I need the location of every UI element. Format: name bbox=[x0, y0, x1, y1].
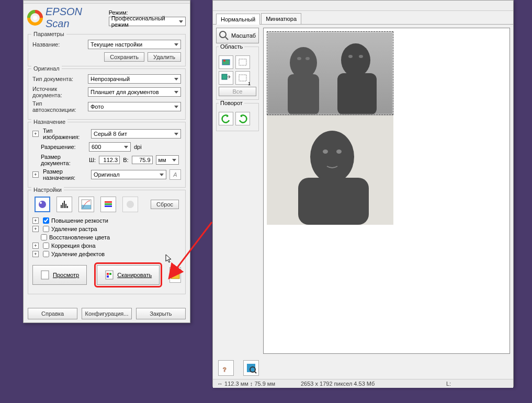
adjustments-title: Настройки bbox=[31, 187, 64, 193]
area-title: Область bbox=[219, 43, 244, 50]
scan-icon bbox=[105, 270, 114, 280]
color-restore-checkbox[interactable] bbox=[41, 234, 47, 240]
svg-rect-29 bbox=[239, 75, 246, 81]
rotate-title: Поворот bbox=[219, 100, 244, 106]
tab-normal[interactable]: Нормальный bbox=[216, 14, 260, 25]
orientation-button[interactable]: A bbox=[169, 169, 181, 180]
dust-expand[interactable]: + bbox=[32, 251, 39, 257]
magnifier-icon bbox=[219, 30, 229, 41]
copy-marquee-icon[interactable] bbox=[219, 71, 233, 85]
area-group: Область 1 Все bbox=[216, 47, 259, 100]
height-label: В: bbox=[123, 157, 128, 163]
doc-type-label: Тип документа: bbox=[32, 76, 85, 82]
svg-rect-17 bbox=[107, 273, 109, 275]
rotate-left-icon[interactable] bbox=[219, 112, 233, 125]
svg-rect-6 bbox=[64, 201, 65, 208]
svg-point-3 bbox=[40, 202, 42, 204]
svg-rect-43 bbox=[298, 178, 369, 225]
scan-button[interactable]: Сканировать bbox=[97, 265, 160, 285]
backlight-expand[interactable]: + bbox=[32, 243, 39, 249]
color-palette-icon[interactable] bbox=[122, 197, 138, 212]
target-size-expand[interactable]: + bbox=[32, 171, 39, 178]
svg-point-14 bbox=[127, 201, 134, 208]
svg-rect-4 bbox=[61, 205, 62, 208]
status-level: L: bbox=[446, 381, 509, 387]
preview-window: Нормальный Миниатюра Масштаб Область 1 В… bbox=[212, 0, 514, 387]
svg-point-45 bbox=[336, 149, 342, 154]
original-panel: Оригинал Тип документа: Непрозрачный Ист… bbox=[28, 68, 186, 120]
preview-titlebar[interactable] bbox=[213, 1, 513, 11]
marquee-count-icon[interactable]: 1 bbox=[235, 71, 250, 85]
unit-select[interactable]: мм bbox=[156, 155, 179, 165]
preview-canvas[interactable] bbox=[263, 28, 510, 354]
parameters-title: Параметры bbox=[31, 31, 66, 37]
auto-exposure-label: Тип автоэкспозиции: bbox=[32, 100, 85, 113]
dust-checkbox[interactable] bbox=[43, 251, 49, 257]
close-button[interactable]: Закрыть bbox=[136, 308, 186, 319]
svg-point-26 bbox=[223, 60, 225, 62]
rotate-right-icon[interactable] bbox=[235, 112, 250, 125]
status-pixels: 2653 x 1792 пиксел 4.53 Мб bbox=[301, 381, 425, 387]
svg-rect-12 bbox=[105, 203, 112, 205]
doc-type-select[interactable]: Непрозрачный bbox=[88, 74, 181, 84]
color-restore-label: Восстановление цвета bbox=[49, 234, 110, 240]
height-input[interactable] bbox=[132, 156, 153, 164]
destination-title: Назначение bbox=[31, 119, 67, 125]
svg-line-24 bbox=[225, 37, 228, 40]
reset-button[interactable]: Сброс bbox=[151, 200, 179, 209]
help-button[interactable]: Справка bbox=[28, 308, 77, 319]
descreen-expand[interactable]: + bbox=[32, 226, 39, 232]
doc-source-label: Источник документа: bbox=[32, 86, 85, 98]
doc-size-label: Размер документа: bbox=[41, 154, 86, 166]
svg-rect-10 bbox=[82, 205, 91, 209]
sharpen-checkbox[interactable] bbox=[43, 217, 49, 224]
zoom-button[interactable]: Масштаб bbox=[216, 28, 259, 43]
config-button[interactable]: Конфигурация... bbox=[82, 308, 131, 319]
curves-icon[interactable] bbox=[78, 197, 94, 212]
mode-select[interactable]: Профессиональный режим bbox=[109, 17, 186, 26]
name-label: Название: bbox=[32, 41, 85, 48]
svg-rect-15 bbox=[41, 271, 49, 279]
doc-source-select[interactable]: Планшет для документов bbox=[88, 87, 181, 97]
svg-rect-18 bbox=[109, 273, 111, 275]
svg-line-50 bbox=[255, 372, 256, 373]
svg-point-23 bbox=[220, 31, 226, 38]
rotate-group: Поворот bbox=[216, 103, 259, 131]
sharpen-expand[interactable]: + bbox=[32, 217, 39, 224]
select-all-button[interactable]: Все bbox=[219, 87, 256, 96]
parameters-panel: Параметры Название: Текущие настройки Со… bbox=[28, 34, 186, 66]
delete-marquee-icon[interactable] bbox=[235, 55, 250, 69]
color-balance-icon[interactable] bbox=[100, 197, 116, 212]
tab-thumbnail[interactable]: Миниатюра bbox=[261, 13, 301, 24]
auto-adjust-icon[interactable] bbox=[35, 197, 50, 212]
backlight-checkbox[interactable] bbox=[43, 243, 49, 249]
selection-marquee[interactable] bbox=[267, 31, 393, 115]
svg-rect-11 bbox=[105, 201, 112, 203]
preview-sidebar: Масштаб Область 1 Все Поворот bbox=[216, 28, 259, 354]
descreen-checkbox[interactable] bbox=[43, 226, 49, 232]
epson-logo-icon bbox=[28, 10, 42, 26]
width-input[interactable] bbox=[99, 156, 120, 164]
svg-rect-28 bbox=[222, 74, 227, 79]
histogram-icon[interactable] bbox=[56, 197, 72, 212]
delete-settings-button[interactable]: Удалить bbox=[148, 52, 181, 62]
folder-button[interactable] bbox=[169, 267, 181, 283]
status-bar: ↔ 112.3 мм ↕ 75.9 мм 2653 x 1792 пиксел … bbox=[213, 379, 513, 388]
preview-button[interactable]: Просмотр bbox=[32, 265, 87, 285]
destination-panel: Назначение + Тип изображения: Серый 8 би… bbox=[28, 122, 186, 188]
image-type-select[interactable]: Серый 8 бит bbox=[91, 129, 181, 139]
image-type-expand[interactable]: + bbox=[32, 131, 39, 137]
svg-rect-19 bbox=[107, 275, 109, 278]
name-select[interactable]: Текущие настройки bbox=[88, 40, 181, 49]
save-settings-button[interactable]: Сохранить bbox=[104, 52, 144, 62]
auto-marquee-icon[interactable] bbox=[219, 55, 233, 69]
svg-rect-8 bbox=[67, 206, 68, 208]
cursor-icon bbox=[165, 254, 173, 263]
densitometer-icon[interactable] bbox=[243, 360, 259, 376]
help-icon[interactable]: ? bbox=[218, 360, 234, 376]
svg-point-1 bbox=[33, 16, 37, 20]
resolution-select[interactable]: 600 bbox=[89, 142, 131, 152]
auto-exposure-select[interactable]: Фото bbox=[88, 102, 181, 111]
svg-point-44 bbox=[323, 149, 328, 154]
target-size-select[interactable]: Оригинал bbox=[91, 170, 166, 179]
